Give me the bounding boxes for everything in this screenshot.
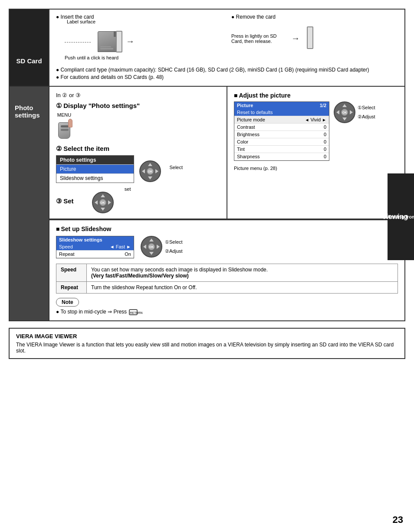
compliant-note1: Compliant card type (maximum capacity): … [56,67,398,73]
nav-circle-slideshow[interactable]: OK [141,236,162,258]
bottom-info-title: VIERA IMAGE VIEWER [16,333,398,339]
nav-left-arrow [142,169,145,173]
nav-down-slideshow [149,252,154,255]
nav-left-adjust [336,110,339,114]
picture-menu-sharpness: Sharpness0 [234,153,329,160]
select-label: Select [169,165,183,170]
photo-settings-content: In ② or ③ ① Display "Photo settings" MEN… [49,87,404,320]
slideshow-menu: Slideshow settings Speed ◄ Fast ► R [56,236,134,258]
insert-remove-row: Insert the card Label surface [56,14,398,62]
nav-right-arrow-3 [108,200,111,205]
nav-up-arrow-3 [101,194,105,197]
select-label-right: ①Select [358,105,375,111]
step2-title: ② Select the item [56,145,220,153]
nav-circle-step2[interactable]: OK [139,160,161,182]
speed-row: Speed You can set how many seconds each … [56,264,398,282]
menu-items-list: Photo settings Picture Slideshow setting… [56,155,134,183]
nav-left-slideshow [143,245,146,249]
nav-ok-adjust[interactable]: OK [341,109,348,116]
slideshow-side-labels: ①Select ②Adjust [165,239,183,254]
speed-desc: You can set how many seconds each image … [87,264,398,282]
repeat-row: Repeat Turn the slideshow Repeat functio… [56,282,398,294]
bottom-info-box: VIERA IMAGE VIEWER The VIERA Image Viewe… [9,328,405,359]
photo-settings-label: Photo settings [10,87,49,320]
adjust-label-right: ②Adjust [358,114,375,120]
picture-menu-tint: Tint0 [234,146,329,153]
nav-down-adjust [342,117,347,121]
menu-item-slideshow: Slideshow settings [56,174,134,183]
nav-circle-step3[interactable]: OK [92,192,114,213]
remove-side: Remove the card Press in lightly on SD C… [231,14,398,52]
nav-up-arrow [148,163,152,166]
nav-left-arrow-3 [95,200,98,205]
menu-item-photo-settings: Photo settings [56,156,134,165]
note-box: Note [56,298,79,307]
sd-card-section: SD Card Insert the card Label surface [9,9,405,87]
slideshow-menu-speed: Speed ◄ Fast ► [56,243,134,251]
menu-icon-container: MENU [56,112,220,140]
slideshow-menu-header: Slideshow settings [56,236,134,243]
right-side-tab: Viewing ● Viewing from SD Card [388,173,414,260]
slideshow-title: Set up Slideshow [56,225,398,232]
right-tab-subtitle: ● Viewing from SD Card [380,214,414,219]
repeat-desc: Turn the slideshow Repeat function On or… [87,282,398,294]
nav-ok-button-3[interactable]: OK [99,199,106,206]
main-content: SD Card Insert the card Label surface [9,9,405,359]
picture-menu-header: Picture 1/2 [234,102,329,109]
picture-menu-table: Picture 1/2 Reset to defaults Picture mo… [234,101,329,161]
left-instructions: In ② or ③ ① Display "Photo settings" MEN… [49,87,227,219]
menu-item-picture: Picture [56,165,134,174]
nav-right-slideshow [157,245,160,249]
nav-right-adjust [350,110,353,114]
adjust-title: Adjust the picture [234,92,398,99]
note-content: To stop in mid-cycle ⇒ Press RETURN [56,309,398,315]
return-icon: RETURN [129,309,138,315]
nav-ok-slideshow[interactable]: OK [148,243,155,250]
nav-down-arrow-3 [101,208,105,211]
step3-title: ③ Set [56,197,74,205]
nav-up-adjust [342,104,347,107]
compliant-notes: Compliant card type (maximum capacity): … [56,67,398,80]
remove-title: Remove the card [231,14,398,20]
sd-card-label: SD Card [10,10,49,86]
slideshow-select-label: ①Select [165,239,183,245]
set-label: set [125,186,131,192]
menu-label: MENU [57,112,71,117]
picture-menu-color: Color0 [234,138,329,146]
repeat-label: Repeat [56,282,87,294]
picture-menu-reset: Reset to defaults [234,109,329,116]
picture-menu-note: Picture menu (p. 28) [234,166,398,171]
nav-down-arrow [148,176,152,180]
bottom-info-text: The VIERA Image Viewer is a function tha… [16,342,398,354]
photo-settings-section: Photo settings In ② or ③ ① Display "Phot… [9,87,405,321]
slideshow-setup-row: Slideshow settings Speed ◄ Fast ► R [56,236,398,258]
press-text: Press in lightly on SD Card, then releas… [231,33,288,44]
label-surface-text: Label surface [67,19,95,24]
page-number: 23 [393,514,403,525]
insert-side: Insert the card Label surface [56,14,223,62]
compliant-note2: For cautions and details on SD Cards (p.… [56,74,398,80]
nav-ok-button[interactable]: OK [147,168,154,175]
in-label: In ② or ③ [56,92,220,98]
push-text: Push until a click is heard [65,55,223,60]
speed-repeat-table: Speed You can set how many seconds each … [56,264,398,294]
speed-label: Speed [56,264,87,282]
sd-card-content: Insert the card Label surface [49,10,404,86]
slideshow-adjust-label: ②Adjust [165,248,183,254]
page-container: SD Card Insert the card Label surface [0,0,414,532]
nav-up-slideshow [149,238,154,242]
note-area: Note To stop in mid-cycle ⇒ Press RETURN [56,298,398,315]
right-adjust: Adjust the picture Picture 1/2 Reset to … [227,87,404,219]
picture-menu-contrast: Contrast0 [234,124,329,131]
picture-menu-mode: Picture mode ◄ Vivid ► [234,116,329,124]
picture-menu-brightness: Brightness0 [234,131,329,138]
nav-circle-adjust[interactable]: OK [334,101,355,123]
nav-right-arrow [155,169,158,173]
slideshow-menu-repeat: Repeat On [56,251,134,258]
instructions-area: In ② or ③ ① Display "Photo settings" MEN… [49,87,404,219]
adjust-side-labels: ①Select ②Adjust [358,105,375,120]
slideshow-section: Set up Slideshow Slideshow settings Spee… [49,219,404,320]
step1-title: ① Display "Photo settings" [56,102,220,110]
